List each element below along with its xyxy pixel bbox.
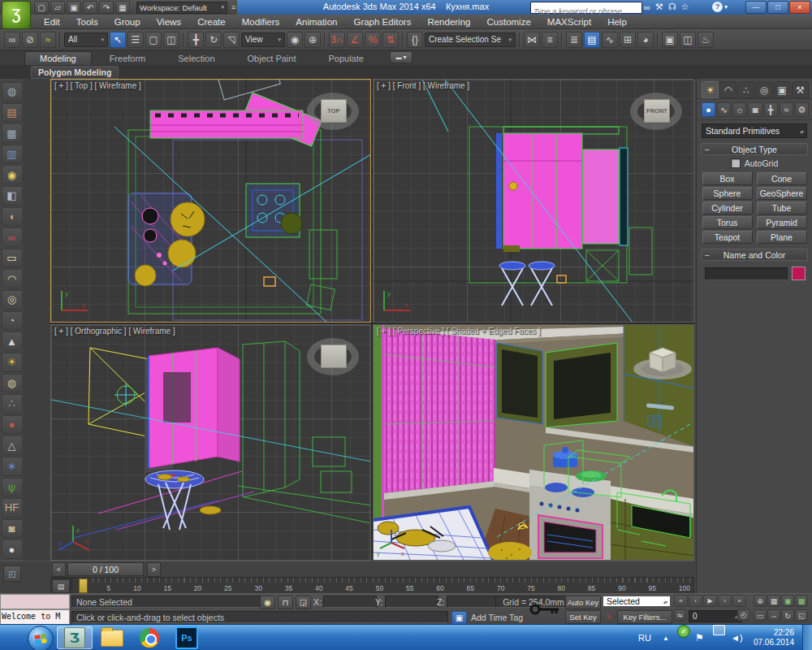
viewport-top[interactable]: [ + ] [ Top ] [ Wireframe ] [50,79,371,323]
menu-create[interactable]: Create [189,15,234,28]
object-type-rollout[interactable]: – Object Type [701,143,808,155]
maxscript-listener[interactable]: Welcome to M [0,609,70,625]
material-editor-icon[interactable]: ◕▾ [637,32,654,48]
ribbon-tab-object-paint[interactable]: Object Paint [233,52,311,65]
taskbar-explorer-button[interactable] [94,626,130,649]
glasses-icon[interactable]: ∞ [2,228,23,247]
maximize-button[interactable]: □ [767,1,788,14]
teapot-preview-icon[interactable]: ◍ [2,82,23,102]
layer-manager-icon[interactable]: ≣▾ [566,32,582,48]
angle-snap-icon[interactable]: ∠▾ [347,32,363,48]
viewport-front[interactable]: [ + ] [ Front ] [ Wireframe ] [373,79,694,323]
spreadsheet-icon[interactable]: ▥ [2,145,23,164]
viewport-perspective[interactable]: xyz [ + ] [ Perspective ] [ Shaded + Edg… [373,324,694,561]
unlink-selection-icon[interactable]: ⊘▾ [22,32,38,48]
clock[interactable]: 22:26 07.06.2014 [744,625,794,650]
close-button[interactable]: × [789,1,810,14]
render-presets-icon[interactable]: ▤ [2,103,23,123]
tab-utilities[interactable]: ⚒ [792,81,809,98]
rectangular-selection-icon[interactable]: ▢▾ [145,32,162,48]
security-shield-icon[interactable]: ✓ [677,625,690,638]
patch-icon[interactable]: ◍ [2,374,23,393]
particles-icon[interactable]: ∴ [2,394,23,414]
sphere-button[interactable]: Sphere [702,187,753,200]
selection-filter-dropdown[interactable]: All▾ [64,32,108,47]
hand-hf-icon[interactable]: HF [2,498,23,518]
category-helpers[interactable]: ╋ [764,102,778,117]
zoom-extents-all-icon[interactable]: ▩ [795,595,808,607]
pyramid-button[interactable]: Pyramid [757,216,807,229]
key-filters-curve-icon[interactable]: ∿ [603,610,615,622]
tube-button[interactable]: Tube [757,202,807,214]
cone-button[interactable]: Cone [757,172,807,185]
dome-icon[interactable]: ◠ [2,269,23,288]
torus-button[interactable]: Torus [702,216,753,229]
camera-icon[interactable]: ◧ [2,186,23,206]
set-key-button[interactable]: Set Key [565,610,601,624]
menu-maxscript[interactable]: MAXScript [539,15,599,28]
render-setup-icon[interactable]: ▣▾ [662,32,678,48]
zoom-icon[interactable]: ⊕ [754,595,767,607]
capsules-icon[interactable]: ● [2,415,23,435]
box-button[interactable]: Box [702,172,753,185]
viewcube-face[interactable]: FRONT [644,99,670,123]
mirror-icon[interactable]: ⋈▾ [524,32,540,48]
x-coordinate-field[interactable] [323,596,377,608]
schematic-view-icon[interactable]: ⊞▾ [620,32,636,48]
shell-icon[interactable]: ◙ [2,519,23,539]
category-systems[interactable]: ⚙ [795,102,809,117]
viewcube-front[interactable]: FRONT [630,88,684,135]
category-spacewarps[interactable]: ≈ [780,102,793,117]
add-time-tag[interactable]: Add Time Tag [471,613,523,622]
orbit-icon[interactable]: ↻ [781,609,794,622]
teapot-button[interactable]: Teapot [702,231,753,244]
z-coordinate-field[interactable] [447,596,497,608]
pyramid-icon[interactable]: △ [2,436,23,455]
start-button[interactable] [28,626,54,650]
save-file-icon[interactable]: ▣ [67,1,81,14]
grass-icon[interactable]: ψ [2,478,23,497]
taskbar-photoshop-button[interactable]: Ps [169,626,205,649]
play-button[interactable]: ▶ [703,595,717,607]
zoom-all-icon[interactable]: ▦ [767,595,780,607]
go-to-end-button[interactable]: » [732,595,746,607]
go-to-start-button[interactable]: « [674,595,688,607]
viewcube-face[interactable]: TOP [321,99,347,123]
track-bar-ruler[interactable]: 0510152025303540455055606570758085909510… [71,578,694,594]
previous-frame-arrow[interactable]: < [52,562,66,577]
quick-access-overflow-icon[interactable]: ≡ [231,3,235,11]
communication-center-icon[interactable]: ☊ [668,2,676,12]
percent-snap-icon[interactable]: %▾ [365,32,381,48]
absolute-mode-transform-icon[interactable]: ◲ [296,596,311,609]
viewcube-face[interactable] [321,344,347,368]
language-indicator[interactable]: RU [638,625,651,650]
plane-icon[interactable]: ▭ [2,249,23,268]
viewcube-orthographic[interactable] [307,333,361,380]
select-and-scale-icon[interactable]: ◹▾ [223,32,240,48]
cylinder-button[interactable]: Cylinder [702,202,753,214]
selection-set-dropdown[interactable]: Create Selection Se▾ [425,32,516,47]
next-frame-arrow[interactable]: > [147,562,161,577]
application-menu-button[interactable]: Ʒ [2,1,31,29]
viewport-label-front[interactable]: [ + ] [ Front ] [ Wireframe ] [377,81,469,90]
bind-to-spacewarp-icon[interactable]: ≈▾ [40,32,56,48]
menu-tools[interactable]: Tools [68,15,106,28]
use-pivot-center-icon[interactable]: ◉▾ [287,32,303,48]
workspace-dropdown[interactable]: Workspace: Default [136,2,227,14]
undo-icon[interactable]: ↶ [83,1,97,14]
time-configuration-icon[interactable]: ◴ [737,609,750,621]
time-slider-frame-display[interactable]: 0 / 100 [67,562,144,576]
auto-key-button[interactable]: Auto Key [565,596,601,609]
object-name-field[interactable] [705,267,788,280]
tab-display[interactable]: ▣ [774,81,791,98]
key-filters-button[interactable]: Key Filters... [617,610,672,624]
menu-customize[interactable]: Customize [478,15,538,28]
primitives-dropdown[interactable]: Standard Primitives [702,124,807,138]
menu-graph-editors[interactable]: Graph Editors [345,15,419,28]
taskbar-3dsmax-button[interactable]: Ʒ [57,626,93,649]
favorites-icon[interactable]: ☆ [681,2,689,12]
reference-coordinate-dropdown[interactable]: View▾ [241,32,285,47]
menu-modifiers[interactable]: Modifiers [234,15,288,28]
new-scene-icon[interactable]: ▢ [34,1,49,14]
autodesk-360-icon[interactable]: ⚒ [655,2,663,12]
